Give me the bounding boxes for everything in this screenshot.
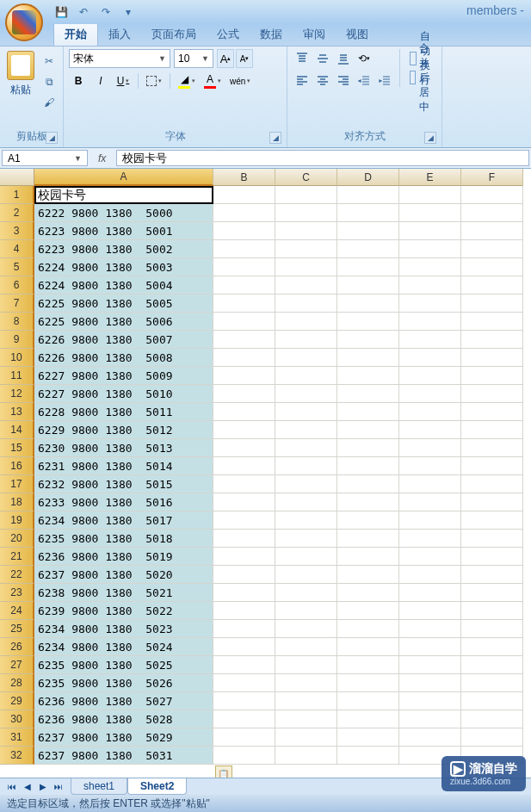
- cell[interactable]: [461, 367, 523, 385]
- cell[interactable]: [213, 313, 275, 331]
- row-header[interactable]: 9: [0, 331, 34, 349]
- cell[interactable]: [461, 439, 523, 457]
- cell[interactable]: [275, 656, 337, 674]
- cell[interactable]: 6236 9800 1380 5028: [34, 710, 213, 728]
- undo-icon[interactable]: ↶: [74, 3, 93, 21]
- row-header[interactable]: 10: [0, 349, 34, 367]
- cell[interactable]: [213, 222, 275, 240]
- row-header[interactable]: 27: [0, 656, 34, 674]
- decrease-indent-button[interactable]: [355, 71, 374, 90]
- redo-icon[interactable]: ↷: [96, 3, 115, 21]
- cell[interactable]: [275, 475, 337, 493]
- cell[interactable]: [275, 258, 337, 276]
- column-header-D[interactable]: D: [337, 169, 399, 186]
- sheet-tab-1[interactable]: sheet1: [71, 778, 127, 795]
- row-header[interactable]: 30: [0, 710, 34, 728]
- spreadsheet-grid[interactable]: A B C D E F 1校园卡号26222 9800 1380 5000362…: [0, 169, 531, 778]
- cell[interactable]: 6234 9800 1380 5024: [34, 638, 213, 656]
- cell[interactable]: [399, 566, 461, 584]
- cell[interactable]: [337, 439, 399, 457]
- cell[interactable]: [461, 475, 523, 493]
- row-header[interactable]: 13: [0, 403, 34, 421]
- cell[interactable]: [461, 548, 523, 566]
- cell[interactable]: [461, 276, 523, 294]
- cell[interactable]: [275, 313, 337, 331]
- tab-view[interactable]: 视图: [336, 23, 379, 46]
- row-header[interactable]: 5: [0, 258, 34, 276]
- row-header[interactable]: 4: [0, 240, 34, 258]
- formula-input[interactable]: 校园卡号: [116, 150, 529, 166]
- row-header[interactable]: 6: [0, 276, 34, 294]
- tab-nav-prev[interactable]: ◀: [21, 780, 34, 794]
- cell[interactable]: [275, 367, 337, 385]
- orientation-button[interactable]: ⟲▾: [355, 49, 374, 68]
- cell[interactable]: [275, 548, 337, 566]
- cell[interactable]: [275, 530, 337, 548]
- cell[interactable]: [337, 656, 399, 674]
- cell[interactable]: [337, 457, 399, 475]
- cell[interactable]: [337, 294, 399, 313]
- cell[interactable]: [461, 566, 523, 584]
- cell[interactable]: [213, 204, 275, 222]
- cell[interactable]: [461, 385, 523, 403]
- tab-home[interactable]: 开始: [53, 22, 98, 46]
- cell[interactable]: 校园卡号: [34, 186, 213, 204]
- cell[interactable]: 6225 9800 1380 5005: [34, 294, 213, 313]
- cell[interactable]: [337, 620, 399, 638]
- row-header[interactable]: 19: [0, 511, 34, 530]
- cell[interactable]: [213, 566, 275, 584]
- cell[interactable]: [213, 186, 275, 204]
- cell[interactable]: 6234 9800 1380 5023: [34, 620, 213, 638]
- tab-nav-last[interactable]: ⏭: [52, 780, 65, 794]
- row-header[interactable]: 7: [0, 294, 34, 313]
- cell[interactable]: [213, 710, 275, 728]
- tab-nav-next[interactable]: ▶: [36, 780, 50, 794]
- cell[interactable]: [275, 276, 337, 294]
- cell[interactable]: [337, 475, 399, 493]
- cell[interactable]: [337, 530, 399, 548]
- row-header[interactable]: 26: [0, 638, 34, 656]
- cell[interactable]: [399, 331, 461, 349]
- column-header-B[interactable]: B: [213, 169, 275, 186]
- cell[interactable]: [399, 276, 461, 294]
- cell[interactable]: [213, 457, 275, 475]
- cell[interactable]: 6226 9800 1380 5007: [34, 331, 213, 349]
- cell[interactable]: [399, 240, 461, 258]
- cell[interactable]: [213, 367, 275, 385]
- row-header[interactable]: 22: [0, 566, 34, 584]
- align-left-button[interactable]: [293, 71, 312, 90]
- cell[interactable]: [337, 240, 399, 258]
- cell[interactable]: [337, 385, 399, 403]
- cell[interactable]: [337, 276, 399, 294]
- merge-center-button[interactable]: 合并后居中: [405, 68, 441, 87]
- cell[interactable]: [461, 457, 523, 475]
- cell[interactable]: [213, 548, 275, 566]
- alignment-launcher[interactable]: ◢: [424, 132, 436, 144]
- cell[interactable]: [275, 728, 337, 747]
- cell[interactable]: [275, 511, 337, 530]
- underline-button[interactable]: U▾: [114, 71, 133, 90]
- cell[interactable]: [213, 276, 275, 294]
- cell[interactable]: [275, 294, 337, 313]
- cell[interactable]: [461, 331, 523, 349]
- cell[interactable]: 6228 9800 1380 5011: [34, 403, 213, 421]
- cell[interactable]: [275, 349, 337, 367]
- cell[interactable]: [399, 294, 461, 313]
- cell[interactable]: [275, 385, 337, 403]
- cell[interactable]: 6235 9800 1380 5025: [34, 656, 213, 674]
- select-all-corner[interactable]: [0, 169, 34, 186]
- cell[interactable]: 6238 9800 1380 5021: [34, 584, 213, 602]
- cell[interactable]: [337, 331, 399, 349]
- tab-insert[interactable]: 插入: [98, 23, 141, 46]
- fill-color-button[interactable]: ◢▾: [176, 71, 198, 90]
- cell[interactable]: [213, 403, 275, 421]
- shrink-font-button[interactable]: A▾: [236, 49, 253, 68]
- cell[interactable]: 6222 9800 1380 5000: [34, 204, 213, 222]
- sheet-tab-2[interactable]: Sheet2: [127, 778, 187, 795]
- qat-customize-icon[interactable]: ▾: [119, 3, 138, 21]
- cell[interactable]: [399, 548, 461, 566]
- cell[interactable]: [461, 530, 523, 548]
- cell[interactable]: [337, 367, 399, 385]
- tab-data[interactable]: 数据: [250, 23, 293, 46]
- row-header[interactable]: 32: [0, 747, 34, 765]
